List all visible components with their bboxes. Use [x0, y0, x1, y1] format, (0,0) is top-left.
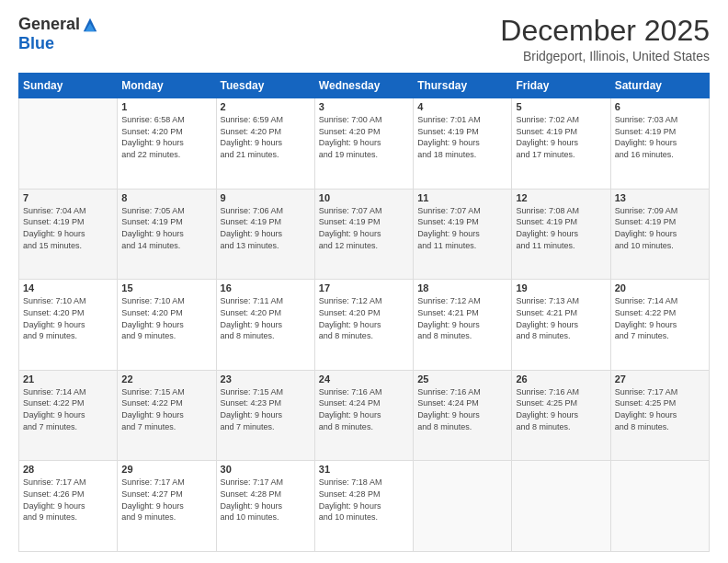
day-number: 14	[23, 282, 113, 293]
day-number: 24	[319, 373, 409, 385]
day-number: 30	[221, 464, 311, 475]
day-info: Sunrise: 7:11 AM Sunset: 4:20 PM Dayligh…	[221, 295, 311, 341]
calendar-cell: 28Sunrise: 7:17 AM Sunset: 4:26 PM Dayli…	[19, 461, 118, 552]
day-info: Sunrise: 7:10 AM Sunset: 4:20 PM Dayligh…	[121, 295, 211, 341]
calendar-cell: 25Sunrise: 7:16 AM Sunset: 4:24 PM Dayli…	[414, 370, 512, 461]
day-number: 27	[615, 373, 705, 385]
day-number: 11	[417, 192, 507, 203]
day-number: 6	[615, 101, 705, 112]
day-info: Sunrise: 6:58 AM Sunset: 4:20 PM Dayligh…	[121, 114, 211, 160]
calendar-cell: 5Sunrise: 7:02 AM Sunset: 4:19 PM Daylig…	[512, 98, 610, 190]
logo-general: General	[18, 15, 80, 34]
day-info: Sunrise: 7:07 AM Sunset: 4:19 PM Dayligh…	[319, 205, 409, 251]
calendar-cell: 8Sunrise: 7:05 AM Sunset: 4:19 PM Daylig…	[118, 189, 216, 280]
calendar-cell: 10Sunrise: 7:07 AM Sunset: 4:19 PM Dayli…	[314, 189, 413, 280]
day-number: 3	[319, 101, 409, 112]
day-number: 1	[121, 101, 211, 112]
day-info: Sunrise: 7:03 AM Sunset: 4:19 PM Dayligh…	[615, 114, 705, 160]
day-info: Sunrise: 7:17 AM Sunset: 4:27 PM Dayligh…	[121, 477, 211, 523]
calendar-cell: 29Sunrise: 7:17 AM Sunset: 4:27 PM Dayli…	[118, 461, 216, 552]
day-number: 25	[417, 373, 507, 385]
calendar-cell	[512, 461, 610, 552]
day-number: 15	[121, 282, 211, 293]
day-info: Sunrise: 7:15 AM Sunset: 4:22 PM Dayligh…	[121, 386, 211, 432]
calendar-cell: 7Sunrise: 7:04 AM Sunset: 4:19 PM Daylig…	[19, 189, 118, 280]
calendar-header-thursday: Thursday	[414, 74, 512, 98]
day-info: Sunrise: 7:04 AM Sunset: 4:19 PM Dayligh…	[23, 205, 113, 251]
day-info: Sunrise: 7:15 AM Sunset: 4:23 PM Dayligh…	[221, 386, 311, 432]
calendar-cell	[414, 461, 512, 552]
calendar-cell: 14Sunrise: 7:10 AM Sunset: 4:20 PM Dayli…	[19, 280, 118, 371]
calendar-header-saturday: Saturday	[610, 74, 709, 98]
calendar-cell: 23Sunrise: 7:15 AM Sunset: 4:23 PM Dayli…	[216, 370, 314, 461]
title-block: December 2025 Bridgeport, Illinois, Unit…	[500, 15, 710, 63]
day-number: 8	[121, 192, 211, 203]
day-info: Sunrise: 7:14 AM Sunset: 4:22 PM Dayligh…	[23, 386, 113, 432]
day-info: Sunrise: 7:00 AM Sunset: 4:20 PM Dayligh…	[319, 114, 409, 160]
day-number: 2	[221, 101, 311, 112]
day-info: Sunrise: 7:16 AM Sunset: 4:24 PM Dayligh…	[319, 386, 409, 432]
calendar-week-row: 28Sunrise: 7:17 AM Sunset: 4:26 PM Dayli…	[19, 461, 710, 552]
day-number: 18	[417, 282, 507, 293]
calendar-week-row: 21Sunrise: 7:14 AM Sunset: 4:22 PM Dayli…	[19, 370, 710, 461]
day-info: Sunrise: 7:17 AM Sunset: 4:25 PM Dayligh…	[615, 386, 705, 432]
day-info: Sunrise: 7:10 AM Sunset: 4:20 PM Dayligh…	[23, 295, 113, 341]
day-info: Sunrise: 7:17 AM Sunset: 4:26 PM Dayligh…	[23, 477, 113, 523]
logo-icon	[82, 17, 98, 33]
day-info: Sunrise: 7:08 AM Sunset: 4:19 PM Dayligh…	[516, 205, 606, 251]
day-number: 7	[23, 192, 113, 203]
day-number: 17	[319, 282, 409, 293]
calendar-cell: 20Sunrise: 7:14 AM Sunset: 4:22 PM Dayli…	[610, 280, 709, 371]
day-info: Sunrise: 7:12 AM Sunset: 4:21 PM Dayligh…	[417, 295, 507, 341]
day-number: 29	[121, 464, 211, 475]
calendar-header-monday: Monday	[118, 74, 216, 98]
calendar-cell: 15Sunrise: 7:10 AM Sunset: 4:20 PM Dayli…	[118, 280, 216, 371]
calendar-cell: 27Sunrise: 7:17 AM Sunset: 4:25 PM Dayli…	[610, 370, 709, 461]
logo-text: General	[18, 15, 98, 34]
calendar-cell: 2Sunrise: 6:59 AM Sunset: 4:20 PM Daylig…	[216, 98, 314, 190]
calendar-cell: 22Sunrise: 7:15 AM Sunset: 4:22 PM Dayli…	[118, 370, 216, 461]
calendar-cell: 9Sunrise: 7:06 AM Sunset: 4:19 PM Daylig…	[216, 189, 314, 280]
calendar-week-row: 14Sunrise: 7:10 AM Sunset: 4:20 PM Dayli…	[19, 280, 710, 371]
calendar-header-wednesday: Wednesday	[314, 74, 413, 98]
day-info: Sunrise: 7:06 AM Sunset: 4:19 PM Dayligh…	[221, 205, 311, 251]
calendar-cell: 21Sunrise: 7:14 AM Sunset: 4:22 PM Dayli…	[19, 370, 118, 461]
day-number: 20	[615, 282, 705, 293]
calendar-cell	[610, 461, 709, 552]
calendar-cell: 24Sunrise: 7:16 AM Sunset: 4:24 PM Dayli…	[314, 370, 413, 461]
calendar-cell	[19, 98, 118, 190]
day-number: 4	[417, 101, 507, 112]
day-number: 26	[516, 373, 606, 385]
calendar-cell: 6Sunrise: 7:03 AM Sunset: 4:19 PM Daylig…	[610, 98, 709, 190]
calendar-cell: 30Sunrise: 7:17 AM Sunset: 4:28 PM Dayli…	[216, 461, 314, 552]
calendar-cell: 11Sunrise: 7:07 AM Sunset: 4:19 PM Dayli…	[414, 189, 512, 280]
day-info: Sunrise: 7:14 AM Sunset: 4:22 PM Dayligh…	[615, 295, 705, 341]
calendar-cell: 4Sunrise: 7:01 AM Sunset: 4:19 PM Daylig…	[414, 98, 512, 190]
day-info: Sunrise: 7:13 AM Sunset: 4:21 PM Dayligh…	[516, 295, 606, 341]
header: General Blue December 2025 Bridgeport, I…	[18, 15, 710, 63]
calendar-cell: 31Sunrise: 7:18 AM Sunset: 4:28 PM Dayli…	[314, 461, 413, 552]
subtitle: Bridgeport, Illinois, United States	[500, 49, 710, 63]
calendar-cell: 18Sunrise: 7:12 AM Sunset: 4:21 PM Dayli…	[414, 280, 512, 371]
day-info: Sunrise: 7:17 AM Sunset: 4:28 PM Dayligh…	[221, 477, 311, 523]
day-number: 13	[615, 192, 705, 203]
day-number: 21	[23, 373, 113, 385]
calendar-cell: 26Sunrise: 7:16 AM Sunset: 4:25 PM Dayli…	[512, 370, 610, 461]
calendar-cell: 19Sunrise: 7:13 AM Sunset: 4:21 PM Dayli…	[512, 280, 610, 371]
day-info: Sunrise: 7:05 AM Sunset: 4:19 PM Dayligh…	[121, 205, 211, 251]
page: General Blue December 2025 Bridgeport, I…	[0, 0, 728, 563]
calendar-cell: 3Sunrise: 7:00 AM Sunset: 4:20 PM Daylig…	[314, 98, 413, 190]
day-info: Sunrise: 7:02 AM Sunset: 4:19 PM Dayligh…	[516, 114, 606, 160]
calendar-header-tuesday: Tuesday	[216, 74, 314, 98]
main-title: December 2025	[500, 15, 710, 47]
calendar-header-row: SundayMondayTuesdayWednesdayThursdayFrid…	[19, 74, 710, 98]
day-info: Sunrise: 7:07 AM Sunset: 4:19 PM Dayligh…	[417, 205, 507, 251]
day-number: 22	[121, 373, 211, 385]
calendar-week-row: 7Sunrise: 7:04 AM Sunset: 4:19 PM Daylig…	[19, 189, 710, 280]
calendar-cell: 13Sunrise: 7:09 AM Sunset: 4:19 PM Dayli…	[610, 189, 709, 280]
day-number: 19	[516, 282, 606, 293]
day-number: 9	[221, 192, 311, 203]
calendar-table: SundayMondayTuesdayWednesdayThursdayFrid…	[18, 73, 710, 552]
day-number: 23	[221, 373, 311, 385]
calendar-header-sunday: Sunday	[19, 74, 118, 98]
